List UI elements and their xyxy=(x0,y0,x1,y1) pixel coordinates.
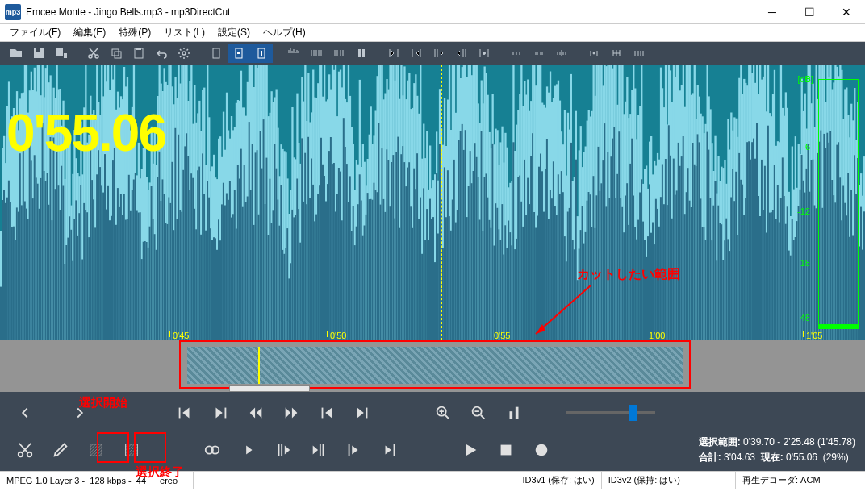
menu-settings[interactable]: 設定(S) xyxy=(211,24,257,41)
zoom-out-button[interactable] xyxy=(463,400,494,426)
svg-rect-627 xyxy=(487,198,489,340)
svg-rect-589 xyxy=(457,210,458,340)
svg-rect-235 xyxy=(173,230,174,340)
svg-rect-1098 xyxy=(179,408,181,419)
save-sel-icon[interactable] xyxy=(50,44,73,63)
svg-rect-1117 xyxy=(394,444,395,456)
menu-list[interactable]: リスト(L) xyxy=(157,24,211,41)
volume-slider[interactable] xyxy=(566,411,655,414)
rewind-button[interactable] xyxy=(240,400,271,426)
cut-icon[interactable] xyxy=(82,44,105,63)
svg-rect-387 xyxy=(295,215,296,340)
svg-rect-819 xyxy=(641,179,642,340)
menu-file[interactable]: ファイル(F) xyxy=(3,24,67,41)
play-range-a-button[interactable] xyxy=(339,437,370,463)
paste-icon[interactable] xyxy=(127,44,150,63)
stop-button[interactable] xyxy=(491,437,521,463)
playhead[interactable] xyxy=(441,65,442,340)
open-icon[interactable] xyxy=(5,44,27,63)
svg-rect-29 xyxy=(8,181,10,340)
edit-button[interactable] xyxy=(45,437,76,463)
svg-rect-993 xyxy=(780,198,782,341)
extra2-icon[interactable] xyxy=(605,44,628,63)
svg-rect-113 xyxy=(75,200,77,340)
small1-icon[interactable] xyxy=(505,44,528,63)
copy-icon[interactable] xyxy=(105,44,127,63)
svg-rect-183 xyxy=(132,190,133,340)
pause2-button[interactable] xyxy=(499,400,529,426)
svg-rect-575 xyxy=(445,217,447,340)
marker4-icon[interactable] xyxy=(450,44,473,63)
svg-rect-883 xyxy=(692,143,694,340)
svg-rect-139 xyxy=(96,174,98,340)
play-range-b-button[interactable] xyxy=(374,437,405,463)
svg-rect-439 xyxy=(336,194,338,341)
record-button[interactable] xyxy=(526,437,557,463)
svg-rect-621 xyxy=(483,231,484,340)
svg-rect-205 xyxy=(149,227,151,340)
svg-rect-587 xyxy=(455,223,457,340)
play-before-button[interactable] xyxy=(268,437,299,463)
loop-button[interactable] xyxy=(197,437,228,463)
svg-rect-577 xyxy=(447,170,449,340)
small3-icon[interactable] xyxy=(550,44,573,63)
svg-rect-867 xyxy=(679,166,681,340)
overview-visible-range[interactable] xyxy=(229,385,310,392)
doc-a-icon[interactable] xyxy=(228,44,250,63)
skip-fwd-button[interactable] xyxy=(347,400,378,426)
minimize-button[interactable]: ─ xyxy=(754,0,791,24)
skip-back-button[interactable] xyxy=(311,400,342,426)
settings-icon[interactable] xyxy=(173,44,195,63)
marker3-icon[interactable] xyxy=(428,44,450,63)
waveform-display[interactable]: 0'55.06 カットしたい範囲 [dB] 0 -6 -12 -18 -48 0… xyxy=(0,65,865,340)
maximize-button[interactable]: ☐ xyxy=(791,0,828,24)
svg-rect-1104 xyxy=(510,411,513,419)
play-button[interactable] xyxy=(455,437,486,463)
time-ruler[interactable]: 0'45 0'50 0'55 1'00 1'05 xyxy=(0,326,865,340)
doc-b-icon[interactable] xyxy=(250,44,273,63)
play-after-button[interactable] xyxy=(303,437,334,463)
forward-button[interactable] xyxy=(276,400,307,426)
cut-button[interactable] xyxy=(10,437,40,463)
svg-rect-963 xyxy=(756,123,758,340)
menu-help[interactable]: ヘルプ(H) xyxy=(257,24,312,41)
svg-rect-31 xyxy=(10,202,11,340)
svg-rect-503 xyxy=(387,160,389,340)
marker2-icon[interactable] xyxy=(405,44,428,63)
extra1-icon[interactable] xyxy=(583,44,605,63)
marker5-icon[interactable] xyxy=(473,44,495,63)
goto-sel-end-button[interactable] xyxy=(205,400,236,426)
svg-rect-357 xyxy=(271,223,273,341)
svg-rect-1101 xyxy=(366,408,368,419)
svg-rect-115 xyxy=(77,236,78,340)
play-sel-button[interactable] xyxy=(232,437,263,463)
svg-rect-415 xyxy=(317,194,319,340)
overview-track[interactable] xyxy=(0,340,865,392)
save-icon[interactable] xyxy=(27,44,50,63)
undo-icon[interactable] xyxy=(150,44,173,63)
svg-rect-405 xyxy=(309,198,311,340)
svg-rect-313 xyxy=(236,229,237,341)
pause-icon[interactable] xyxy=(350,44,373,63)
doc-icon[interactable] xyxy=(205,44,228,63)
svg-rect-855 xyxy=(670,156,671,340)
nav-prev-button[interactable] xyxy=(10,400,40,426)
wave2-icon[interactable] xyxy=(305,44,328,63)
small2-icon[interactable] xyxy=(528,44,550,63)
menu-edit[interactable]: 編集(E) xyxy=(67,24,112,41)
svg-rect-539 xyxy=(416,153,418,340)
svg-rect-871 xyxy=(683,136,684,340)
goto-sel-start-button[interactable] xyxy=(169,400,200,426)
menu-special[interactable]: 特殊(P) xyxy=(112,24,157,41)
statusbar: MPEG 1.0 Layer 3 - 128 kbps - 44 ereo ID… xyxy=(0,471,865,489)
marker1-icon[interactable] xyxy=(382,44,405,63)
extra3-icon[interactable] xyxy=(628,44,650,63)
zoom-in-button[interactable] xyxy=(428,400,458,426)
svg-rect-573 xyxy=(444,167,445,340)
svg-rect-431 xyxy=(330,137,332,340)
svg-rect-669 xyxy=(520,202,522,340)
wave1-icon[interactable] xyxy=(282,44,305,63)
svg-rect-1099 xyxy=(225,408,227,419)
wave3-icon[interactable] xyxy=(328,44,350,63)
close-button[interactable]: ✕ xyxy=(828,0,865,24)
